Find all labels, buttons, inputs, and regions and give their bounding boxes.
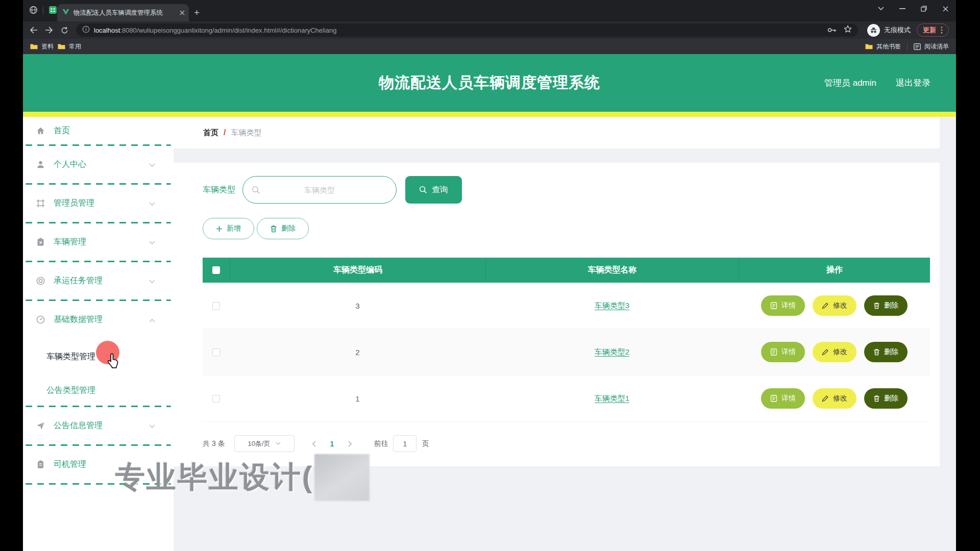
goto-unit-label: 页 [422, 439, 429, 448]
sidebar-item-carry-task-management[interactable]: 承运任务管理 [23, 262, 174, 299]
sidebar-item-label: 基础数据管理 [54, 314, 103, 325]
bookmark-folder-changyong[interactable]: 常用 [58, 42, 81, 51]
goto-label: 前往 [374, 439, 388, 448]
table-actions-row: 新增 删除 [203, 218, 940, 239]
table-row: 2 车辆类型2 详情 修改 [203, 329, 930, 375]
sidebar-item-vehicle-management[interactable]: 车辆管理 [23, 223, 174, 261]
row-delete-button[interactable]: 删除 [864, 388, 908, 409]
pencil-icon [822, 395, 829, 402]
page-title: 物流配送人员车辆调度管理系统 [379, 72, 600, 93]
query-button-label: 查询 [432, 185, 448, 195]
column-header-ops: 操作 [739, 258, 930, 283]
window-close-button[interactable] [935, 0, 956, 17]
row-delete-button[interactable]: 删除 [864, 295, 908, 316]
chevron-up-icon [149, 315, 155, 324]
incognito-badge: 无痕模式 [867, 24, 911, 37]
breadcrumb-separator: / [224, 128, 226, 137]
trash-icon [873, 395, 880, 402]
edit-button[interactable]: 修改 [813, 295, 856, 316]
password-key-icon[interactable] [827, 26, 837, 35]
sidebar-item-label: 个人中心 [54, 159, 86, 170]
green-extension-icon[interactable] [48, 6, 57, 16]
row-delete-button[interactable]: 删除 [864, 342, 908, 362]
page-size-value: 10条/页 [248, 439, 271, 448]
query-button[interactable]: 查询 [405, 176, 462, 204]
cell-name-link[interactable]: 车辆类型3 [595, 301, 629, 311]
detail-button-label: 详情 [781, 394, 796, 403]
detail-button[interactable]: 详情 [761, 388, 805, 409]
menu-dots-icon[interactable] [941, 27, 943, 34]
select-all-checkbox[interactable] [212, 266, 220, 274]
sidebar-item-basic-data-management[interactable]: 基础数据管理 [23, 301, 174, 338]
site-info-icon[interactable] [82, 26, 90, 35]
globe-pinned-icon[interactable] [29, 6, 38, 16]
delete-button-label: 删除 [281, 224, 296, 233]
edit-button[interactable]: 修改 [813, 388, 856, 409]
row-delete-button-label: 删除 [884, 347, 898, 357]
web-page: 物流配送人员车辆调度管理系统 管理员 admin 退出登录 首页 个人中心 [23, 54, 956, 551]
bookmarks-bar: 资料 常用 其他书签 阅读清单 [23, 39, 956, 54]
cell-name-link[interactable]: 车辆类型2 [595, 347, 629, 357]
detail-button[interactable]: 详情 [761, 342, 805, 362]
row-checkbox[interactable] [212, 302, 220, 310]
sidebar-item-home[interactable]: 首页 [23, 117, 174, 144]
breadcrumb-home[interactable]: 首页 [203, 128, 218, 138]
watermark-blur-box [314, 454, 370, 501]
detail-button[interactable]: 详情 [761, 295, 805, 316]
gauge-icon [36, 315, 45, 324]
row-checkbox[interactable] [212, 395, 220, 403]
pencil-icon [822, 302, 829, 309]
document-icon [770, 348, 777, 356]
vehicle-type-table: 车辆类型编码 车辆类型名称 操作 3 车辆类型3 详情 [203, 258, 930, 422]
sidebar-item-personal-center[interactable]: 个人中心 [23, 146, 174, 183]
bookmark-folder-ziliao[interactable]: 资料 [30, 42, 54, 51]
cell-name-link[interactable]: 车辆类型1 [595, 394, 629, 404]
app-header: 物流配送人员车辆调度管理系统 管理员 admin 退出登录 [23, 54, 956, 112]
goto-page-input[interactable] [393, 435, 416, 452]
tabbar-separator [43, 7, 43, 15]
back-icon[interactable] [27, 23, 40, 37]
edit-button[interactable]: 修改 [813, 342, 856, 362]
sidebar-item-admin-management[interactable]: 管理员管理 [23, 185, 174, 222]
watermark-text: 专业毕业设计( [115, 458, 313, 497]
cursor-highlight [96, 341, 119, 364]
logout-button[interactable]: 退出登录 [896, 77, 930, 89]
row-checkbox[interactable] [212, 348, 220, 356]
search-icon [419, 186, 427, 194]
next-page-button[interactable] [341, 441, 359, 447]
other-bookmarks-button[interactable]: 其他书签 [865, 42, 901, 51]
new-tab-button[interactable]: + [194, 7, 200, 18]
sidebar-subitem-label: 车辆类型管理 [46, 352, 95, 362]
reading-list-button[interactable]: 阅读清单 [914, 42, 949, 51]
sidebar-item-notice-info-management[interactable]: 公告信息管理 [23, 407, 174, 444]
chrome-update-button[interactable]: 更新 [917, 23, 949, 37]
cell-code: 2 [355, 348, 359, 357]
bookmark-label: 资料 [41, 42, 54, 51]
window-minimize-button[interactable] [892, 0, 913, 17]
address-bar[interactable]: localhost:8080/wuliupeisongguanlixitong/… [76, 23, 858, 37]
tab-close-icon[interactable] [180, 8, 185, 17]
sidebar-subitem-notice-type-management[interactable]: 公告类型管理 [23, 375, 174, 406]
incognito-icon [867, 24, 880, 37]
reload-icon[interactable] [58, 23, 71, 37]
prev-page-button[interactable] [305, 441, 323, 447]
search-input[interactable] [243, 186, 396, 194]
bookmark-star-icon[interactable] [844, 25, 852, 35]
reading-list-icon [914, 43, 921, 50]
window-restore-button[interactable] [913, 0, 935, 17]
current-user-label: 管理员 admin [824, 77, 876, 89]
pagination-total: 共 3 条 [203, 439, 225, 448]
page-size-select[interactable]: 10条/页 [234, 435, 295, 452]
current-page[interactable]: 1 [323, 440, 341, 448]
pagination: 共 3 条 10条/页 1 前往 [203, 435, 940, 452]
chevron-down-icon [149, 238, 155, 247]
add-button[interactable]: 新增 [203, 218, 254, 239]
forward-icon[interactable] [42, 23, 56, 37]
user-icon [36, 160, 45, 169]
tab-search-icon[interactable] [870, 0, 892, 17]
plus-icon [216, 226, 223, 232]
chevron-down-icon [149, 421, 155, 431]
chevron-down-icon [149, 199, 155, 208]
active-tab[interactable]: 物流配送人员车辆调度管理系统 [57, 4, 189, 21]
delete-button[interactable]: 删除 [257, 218, 309, 239]
